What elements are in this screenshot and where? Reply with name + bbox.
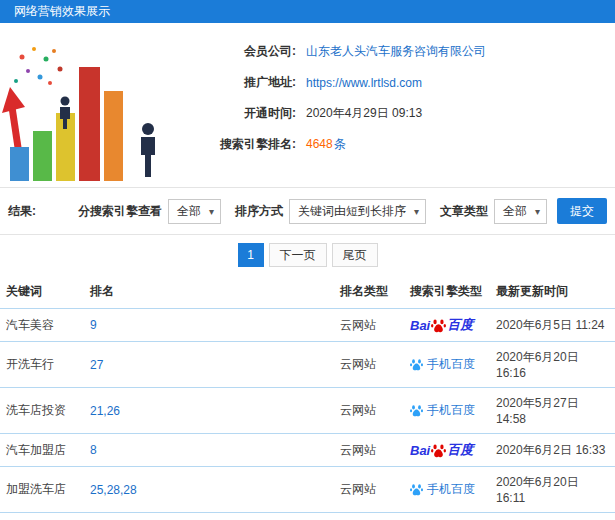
engine-rank-number: 4648 [306,137,333,151]
table-row: 汽车美容 9 云网站 Bai 百度 2020年6月5日 11:24 [0,309,615,342]
bar-chart-graphic [0,31,178,181]
cell-engine: 手机百度 [404,467,490,513]
table-row: 洗车赚钱吗 30 云网站 手机百度 2020年6月20日 16:12 [0,513,615,520]
table-body: 汽车美容 9 云网站 Bai 百度 2020年6月5日 11:24 开洗车行 2… [0,309,615,520]
baidu-text-left: Bai [410,318,430,333]
company-link[interactable]: 山东老人头汽车服务咨询有限公司 [306,43,486,60]
cell-rank-type: 云网站 [334,309,404,342]
baidu-pc-logo: Bai 百度 [410,441,473,459]
engine-rank-row: 搜索引擎排名: 4648条 [178,136,605,153]
filter-bar: 结果: 分搜索引擎查看 全部 排序方式 关键词由短到长排序 文章类型 全部 提交 [0,187,615,235]
cell-rank[interactable]: 21,26 [84,388,334,434]
cell-keyword: 汽车美容 [0,309,84,342]
cell-rank[interactable]: 9 [84,309,334,342]
cell-rank-type: 云网站 [334,434,404,467]
table-row: 开洗车行 27 云网站 手机百度 2020年6月20日 16:16 [0,342,615,388]
baidu-paw-icon [431,318,446,333]
member-info: 会员公司: 山东老人头汽车服务咨询有限公司 推广地址: https://www.… [178,31,605,181]
cell-engine: 手机百度 [404,342,490,388]
open-time-row: 开通时间: 2020年4月29日 09:13 [178,105,605,122]
cell-rank-type: 云网站 [334,467,404,513]
engine-rank-value: 4648条 [306,136,346,153]
baidu-paw-icon [431,443,446,458]
mobile-baidu-paw-icon [410,358,423,371]
sort-filter-select[interactable]: 关键词由短到长排序 [289,199,426,224]
mobile-baidu-logo: 手机百度 [410,402,475,419]
cell-rank[interactable]: 27 [84,342,334,388]
pagination: 1 下一页 尾页 [0,235,615,275]
cell-updated: 2020年6月20日 16:16 [490,342,615,388]
cell-keyword: 开洗车行 [0,342,84,388]
mobile-baidu-label: 手机百度 [427,356,475,373]
engine-filter-select[interactable]: 全部 [168,199,221,224]
cell-updated: 2020年6月20日 16:11 [490,467,615,513]
cell-engine: 手机百度 [404,513,490,520]
page-title: 网络营销效果展示 [0,0,615,23]
cell-keyword: 洗车店投资 [0,388,84,434]
cell-engine: Bai 百度 [404,309,490,342]
engine-rank-unit: 条 [334,137,346,151]
mobile-baidu-logo: 手机百度 [410,481,475,498]
mobile-baidu-paw-icon [410,404,423,417]
mobile-baidu-logo: 手机百度 [410,356,475,373]
baidu-text-right: 百度 [447,316,473,334]
type-filter-select[interactable]: 全部 [494,199,547,224]
cell-keyword: 洗车赚钱吗 [0,513,84,520]
baidu-text-left: Bai [410,443,430,458]
mobile-baidu-label: 手机百度 [427,402,475,419]
open-time-value: 2020年4月29日 09:13 [306,105,422,122]
table-header: 关键词 排名 排名类型 搜索引擎类型 最新更新时间 [0,275,615,309]
table-row: 汽车加盟店 8 云网站 Bai 百度 2020年6月2日 16:33 [0,434,615,467]
sort-filter-label: 排序方式 [235,203,283,220]
cell-rank-type: 云网站 [334,513,404,520]
promo-url-link[interactable]: https://www.lrtlsd.com [306,76,422,90]
open-time-label: 开通时间: [178,105,296,122]
cell-rank-type: 云网站 [334,342,404,388]
cell-updated: 2020年6月20日 16:12 [490,513,615,520]
cell-rank[interactable]: 30 [84,513,334,520]
promo-url-row: 推广地址: https://www.lrtlsd.com [178,74,605,91]
type-filter-label: 文章类型 [440,203,488,220]
cell-updated: 2020年6月2日 16:33 [490,434,615,467]
cell-rank[interactable]: 25,28,28 [84,467,334,513]
cell-keyword: 加盟洗车店 [0,467,84,513]
cell-keyword: 汽车加盟店 [0,434,84,467]
table-row: 洗车店投资 21,26 云网站 手机百度 2020年5月27日 14:58 [0,388,615,434]
cell-rank-type: 云网站 [334,388,404,434]
sort-filter-value: 关键词由短到长排序 [298,203,406,220]
company-row: 会员公司: 山东老人头汽车服务咨询有限公司 [178,43,605,60]
next-page-button[interactable]: 下一页 [269,243,327,267]
cell-rank[interactable]: 8 [84,434,334,467]
mobile-baidu-label: 手机百度 [427,481,475,498]
cell-engine: Bai 百度 [404,434,490,467]
header-updated: 最新更新时间 [490,275,615,309]
cell-engine: 手机百度 [404,388,490,434]
header-keyword: 关键词 [0,275,84,309]
submit-button[interactable]: 提交 [557,198,607,224]
header-rank-type: 排名类型 [334,275,404,309]
baidu-pc-logo: Bai 百度 [410,316,473,334]
last-page-button[interactable]: 尾页 [332,243,378,267]
baidu-text-right: 百度 [447,441,473,459]
engine-rank-label: 搜索引擎排名: [178,136,296,153]
marketing-chart-illustration [0,31,178,181]
company-label: 会员公司: [178,43,296,60]
engine-filter-label: 分搜索引擎查看 [78,203,162,220]
type-filter-value: 全部 [503,203,527,220]
cell-updated: 2020年5月27日 14:58 [490,388,615,434]
header-rank: 排名 [84,275,334,309]
engine-filter-value: 全部 [177,203,201,220]
results-table: 关键词 排名 排名类型 搜索引擎类型 最新更新时间 汽车美容 9 云网站 Bai… [0,275,615,520]
page-current[interactable]: 1 [238,243,264,267]
cell-updated: 2020年6月5日 11:24 [490,309,615,342]
header-engine-type: 搜索引擎类型 [404,275,490,309]
top-panel: 会员公司: 山东老人头汽车服务咨询有限公司 推广地址: https://www.… [0,23,615,187]
promo-url-label: 推广地址: [178,74,296,91]
mobile-baidu-paw-icon [410,483,423,496]
table-row: 加盟洗车店 25,28,28 云网站 手机百度 2020年6月20日 16:11 [0,467,615,513]
result-label: 结果: [8,203,36,220]
